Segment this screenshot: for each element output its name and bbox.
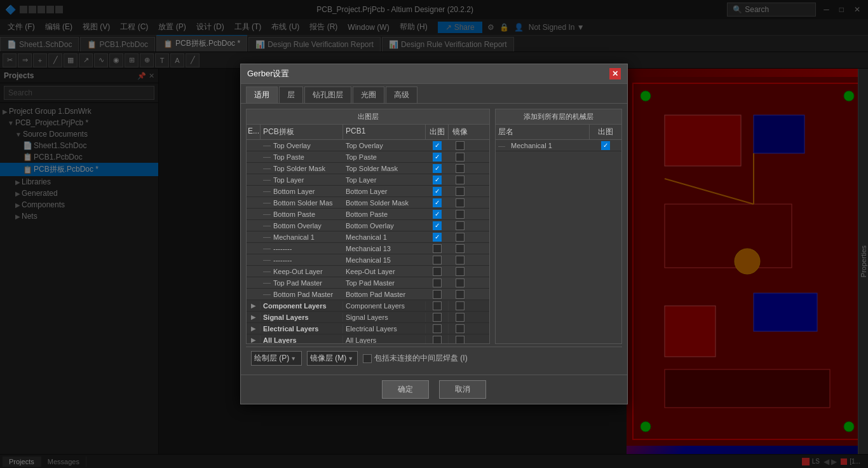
layer-check-keepout[interactable] bbox=[426, 266, 449, 277]
layer-name-electrical: Electrical Layers bbox=[261, 324, 343, 333]
layer-check-electrical[interactable] bbox=[426, 324, 449, 334]
layer-check-bottom-solder[interactable]: ✓ bbox=[426, 198, 449, 208]
layer-expand-bottom-pad[interactable] bbox=[247, 294, 261, 295]
layer-expand-bottom-layer[interactable] bbox=[247, 191, 261, 192]
layer-name-bottom-overlay: —Bottom Overlay bbox=[261, 221, 343, 231]
dialog-tab-layers[interactable]: 层 bbox=[279, 86, 303, 103]
mech-name-1: Mechanical 1 bbox=[508, 141, 590, 150]
layer-mir-comp-layers[interactable] bbox=[449, 301, 471, 311]
layer-check-top-solder[interactable]: ✓ bbox=[426, 163, 449, 174]
layer-row-top-overlay: —Top Overlay Top Overlay ✓ bbox=[247, 140, 489, 151]
layer-mir-bottom-overlay[interactable] bbox=[449, 221, 471, 231]
layer-mir-top-pad[interactable] bbox=[449, 278, 471, 288]
draw-layer-dropdown[interactable]: 绘制层 (P) ▼ bbox=[251, 351, 302, 366]
layer-check-bottom-layer[interactable]: ✓ bbox=[426, 186, 449, 196]
dialog-tab-aperture[interactable]: 光圈 bbox=[353, 86, 384, 103]
layer-row-bottom-overlay: —Bottom Overlay Bottom Overlay ✓ bbox=[247, 220, 489, 231]
layer-check-bottom-paste[interactable]: ✓ bbox=[426, 209, 449, 219]
layer-check-mech1[interactable]: ✓ bbox=[426, 232, 449, 242]
layer-mir-bottom-solder[interactable] bbox=[449, 198, 471, 208]
layer-check-all[interactable] bbox=[426, 335, 449, 344]
layer-row-electrical-layers[interactable]: ▶ Electrical Layers Electrical Layers bbox=[247, 323, 489, 334]
layer-mir-mech15[interactable] bbox=[449, 255, 471, 265]
layer-check-top-overlay[interactable]: ✓ bbox=[426, 141, 449, 151]
mech-header-name: 层名 bbox=[496, 125, 590, 139]
layer-pcb1-bottom-layer: Bottom Layer bbox=[343, 187, 426, 196]
dialog-titlebar: Gerber设置 ✕ bbox=[241, 64, 627, 84]
dialog-tab-general[interactable]: 适用 bbox=[246, 86, 278, 103]
layer-expand-electrical[interactable]: ▶ bbox=[247, 324, 261, 333]
dialog-close-button[interactable]: ✕ bbox=[609, 68, 621, 79]
layer-expand-top-solder[interactable] bbox=[247, 168, 261, 169]
layer-expand-all[interactable]: ▶ bbox=[247, 336, 261, 343]
dialog-content: 出图层 E... PCB拼板 PCB1 出图 镜像 —Top Overlay bbox=[241, 104, 627, 375]
layer-expand-mech13[interactable] bbox=[247, 248, 261, 249]
cancel-button[interactable]: 取消 bbox=[439, 380, 486, 399]
layer-pcb1-top-overlay: Top Overlay bbox=[343, 141, 426, 150]
layer-name-signal: Signal Layers bbox=[261, 313, 343, 322]
layer-mir-keepout[interactable] bbox=[449, 266, 471, 277]
layer-mir-bottom-paste[interactable] bbox=[449, 209, 471, 219]
layer-mir-mech1[interactable] bbox=[449, 232, 471, 242]
layer-row-all-layers[interactable]: ▶ All Layers All Layers bbox=[247, 334, 489, 343]
layer-mir-top-layer[interactable] bbox=[449, 175, 471, 185]
dialog-actions: 确定 取消 bbox=[241, 375, 627, 404]
layer-check-signal[interactable] bbox=[426, 312, 449, 322]
layer-mir-electrical[interactable] bbox=[449, 324, 471, 334]
layer-check-comp-layers[interactable] bbox=[426, 301, 449, 311]
mech-check-1[interactable]: ✓ bbox=[590, 141, 621, 150]
layer-row-bottom-pad: —Bottom Pad Master Bottom Pad Master bbox=[247, 289, 489, 300]
layer-row-component-layers[interactable]: ▶ Component Layers Component Layers bbox=[247, 300, 489, 312]
layer-mir-signal[interactable] bbox=[449, 312, 471, 322]
layer-mir-top-solder[interactable] bbox=[449, 163, 471, 174]
ok-button[interactable]: 确定 bbox=[382, 380, 429, 399]
layer-expand-mech1[interactable] bbox=[247, 237, 261, 238]
layer-expand-comp-layers[interactable]: ▶ bbox=[247, 301, 261, 310]
layer-check-bottom-pad[interactable] bbox=[426, 289, 449, 299]
layer-expand-top-pad[interactable] bbox=[247, 282, 261, 284]
layer-mir-bottom-pad[interactable] bbox=[449, 289, 471, 299]
layer-check-top-layer[interactable]: ✓ bbox=[426, 175, 449, 185]
layer-pcb1-comp-layers: Component Layers bbox=[343, 301, 426, 310]
layer-expand-mech15[interactable] bbox=[247, 259, 261, 261]
modal-overlay: Gerber设置 ✕ 适用 层 钻孔图层 光圈 高级 出图层 E... PCB拼… bbox=[0, 0, 868, 468]
include-unconnected-cb[interactable] bbox=[363, 354, 372, 363]
layer-pcb1-bottom-paste: Bottom Paste bbox=[343, 210, 426, 219]
layers-list: —Top Overlay Top Overlay ✓ —Top Paste To… bbox=[247, 140, 489, 343]
layer-name-mech15: —-------- bbox=[261, 255, 343, 265]
layer-pcb1-top-solder: Top Solder Mask bbox=[343, 164, 426, 173]
layer-name-all: All Layers bbox=[261, 336, 343, 344]
layer-row-signal-layers[interactable]: ▶ Signal Layers Signal Layers bbox=[247, 312, 489, 323]
layer-expand-top-layer[interactable] bbox=[247, 179, 261, 181]
mirror-layer-dropdown[interactable]: 镜像层 (M) ▼ bbox=[307, 351, 358, 366]
layer-mir-bottom-layer[interactable] bbox=[449, 186, 471, 196]
layer-mir-top-paste[interactable] bbox=[449, 152, 471, 162]
dialog-tabs: 适用 层 钻孔图层 光圈 高级 bbox=[241, 84, 627, 104]
layer-expand-signal[interactable]: ▶ bbox=[247, 313, 261, 321]
layer-check-top-paste[interactable]: ✓ bbox=[426, 152, 449, 162]
dialog-tab-advanced[interactable]: 高级 bbox=[386, 86, 417, 103]
layer-check-mech15[interactable] bbox=[426, 255, 449, 265]
layer-check-top-pad[interactable] bbox=[426, 278, 449, 288]
layer-expand-bottom-overlay[interactable] bbox=[247, 225, 261, 226]
layer-check-mech13[interactable] bbox=[426, 244, 449, 254]
layer-expand-top-paste[interactable] bbox=[247, 156, 261, 158]
include-unconnected-checkbox[interactable]: 包括未连接的中间层焊盘 (I) bbox=[363, 353, 468, 364]
layer-mir-all[interactable] bbox=[449, 335, 471, 344]
layer-row-top-pad: —Top Pad Master Top Pad Master bbox=[247, 277, 489, 289]
layer-row-top-solder-mask: —Top Solder Mask Top Solder Mask ✓ bbox=[247, 163, 489, 174]
layer-expand-bottom-paste[interactable] bbox=[247, 214, 261, 215]
layer-check-bottom-overlay[interactable]: ✓ bbox=[426, 221, 449, 231]
layer-mir-top-overlay[interactable] bbox=[449, 141, 471, 151]
layer-pcb1-top-layer: Top Layer bbox=[343, 176, 426, 184]
draw-layer-label: 绘制层 (P) bbox=[254, 353, 289, 364]
layer-expand-bottom-solder[interactable] bbox=[247, 202, 261, 203]
layer-name-top-paste: —Top Paste bbox=[261, 152, 343, 162]
layer-expand-keepout[interactable] bbox=[247, 271, 261, 272]
layer-expand-top-overlay[interactable] bbox=[247, 145, 261, 146]
layer-pcb1-mech13: Mechanical 13 bbox=[343, 244, 426, 253]
dialog-tab-drill[interactable]: 钻孔图层 bbox=[304, 86, 351, 103]
layer-name-mech13: —-------- bbox=[261, 244, 343, 254]
layer-row-top-paste: —Top Paste Top Paste ✓ bbox=[247, 151, 489, 163]
layer-mir-mech13[interactable] bbox=[449, 244, 471, 254]
